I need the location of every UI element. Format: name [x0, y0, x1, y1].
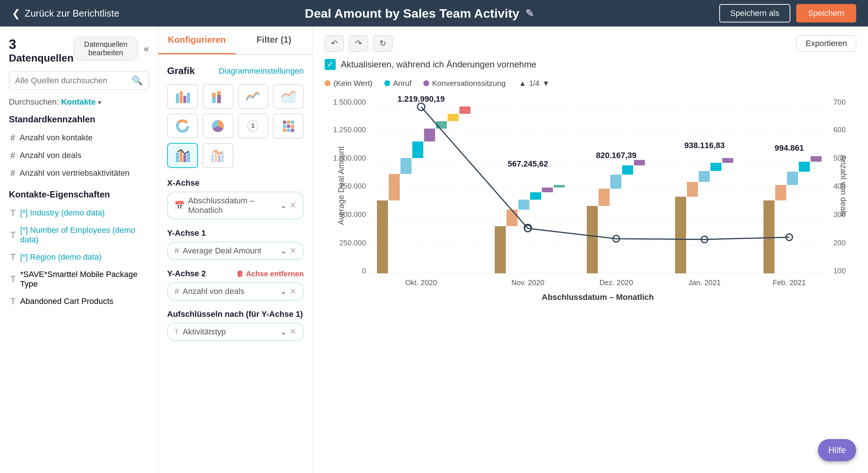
- x-clear-icon[interactable]: ✕: [290, 287, 296, 296]
- chart-type-bar[interactable]: [167, 84, 198, 109]
- browse-filter-link[interactable]: Kontakte: [61, 97, 96, 106]
- x-clear-icon[interactable]: ✕: [290, 201, 296, 210]
- redo-button[interactable]: ↷: [349, 35, 368, 52]
- x-axis-label: X-Achse: [167, 178, 304, 188]
- export-button[interactable]: Exportieren: [796, 35, 856, 52]
- svg-text:994.861: 994.861: [775, 143, 804, 153]
- main-layout: 3 Datenquellen Datenquellen bearbeiten «…: [0, 27, 868, 473]
- svg-marker-8: [282, 91, 296, 103]
- chart-type-area[interactable]: [273, 84, 304, 109]
- svg-rect-30: [218, 155, 220, 162]
- auto-update-checkbox[interactable]: ✓: [325, 59, 336, 70]
- svg-text:Average Deal Amount: Average Deal Amount: [336, 146, 346, 225]
- list-item[interactable]: T *SAVE*Smarttel Mobile Package Type: [9, 266, 149, 292]
- legend-next-icon[interactable]: ▼: [542, 79, 550, 88]
- chart-type-single-number[interactable]: 1: [238, 113, 269, 139]
- svg-rect-19: [287, 125, 290, 128]
- chart-type-donut[interactable]: [167, 113, 198, 139]
- svg-rect-90: [811, 156, 822, 162]
- legend-prev-icon[interactable]: ▲: [519, 79, 526, 88]
- dropdown-chevron-icon: ⌄: [280, 246, 287, 256]
- svg-rect-57: [424, 129, 435, 141]
- hilfe-button[interactable]: Hilfe: [818, 439, 856, 461]
- refresh-button[interactable]: ↻: [373, 35, 392, 52]
- y2-axis-section: Y-Achse 2 🗑 Achse entfernen # Anzahl von…: [167, 269, 304, 301]
- properties-section: Kontakte-Eigenschaften T [*] Industry (d…: [9, 189, 149, 310]
- save-as-button[interactable]: Speichern als: [719, 4, 790, 22]
- metrics-section-title: Standardkennzahlen: [9, 114, 149, 125]
- svg-rect-88: [787, 172, 798, 185]
- list-item[interactable]: T [*] Region (demo data): [9, 248, 149, 266]
- svg-rect-67: [542, 188, 553, 192]
- svg-text:250.000: 250.000: [339, 239, 366, 247]
- chart-type-grid[interactable]: [273, 113, 304, 139]
- collapse-icon[interactable]: «: [144, 43, 149, 55]
- undo-button[interactable]: ↶: [325, 35, 344, 52]
- svg-rect-23: [291, 129, 294, 132]
- y2-axis-dropdown[interactable]: # Anzahl von deals ⌄ ✕: [167, 282, 304, 301]
- svg-rect-65: [518, 200, 529, 210]
- list-item[interactable]: T Abandoned Cart Products: [9, 292, 149, 310]
- chart-type-combo-bar[interactable]: [167, 143, 198, 168]
- grafik-section-label: Grafik Diagrammeinstellungen: [167, 65, 304, 77]
- svg-rect-26: [183, 155, 186, 162]
- svg-rect-18: [283, 125, 286, 128]
- svg-rect-21: [283, 129, 286, 132]
- tab-filter[interactable]: Filter (1): [236, 27, 313, 54]
- chart-type-pie[interactable]: [202, 113, 233, 139]
- svg-rect-56: [412, 141, 423, 158]
- back-arrow-icon: ❮: [12, 7, 20, 20]
- list-item[interactable]: # Anzahl von kontakte: [9, 129, 149, 147]
- toolbar-left: ↶ ↷ ↻: [325, 35, 392, 52]
- legend-dot-kein-wert: [325, 80, 331, 86]
- svg-rect-66: [530, 192, 541, 200]
- hash-icon: #: [174, 287, 179, 296]
- list-item[interactable]: # Anzahl von deals: [9, 147, 149, 164]
- chart-type-combo-line[interactable]: [202, 143, 233, 168]
- back-button[interactable]: ❮ Zurück zur Berichtliste: [12, 7, 119, 20]
- aufschlusseln-section: Aufschlüsseln nach (für Y-Achse 1) T Akt…: [167, 309, 304, 341]
- chart-type-line[interactable]: [238, 84, 269, 109]
- sidebar-header: 3 Datenquellen Datenquellen bearbeiten «: [9, 37, 149, 64]
- x-axis-dropdown[interactable]: 📅 Abschlussdatum – Monatlich ⌄ ✕: [167, 192, 304, 220]
- tab-konfigurieren[interactable]: Konfigurieren: [158, 27, 236, 54]
- edit-title-icon[interactable]: ✎: [525, 7, 534, 20]
- top-nav: ❮ Zurück zur Berichtliste Deal Amount by…: [0, 0, 868, 27]
- sidebar: 3 Datenquellen Datenquellen bearbeiten «…: [0, 27, 158, 473]
- svg-text:Okt. 2020: Okt. 2020: [405, 278, 437, 287]
- svg-rect-28: [211, 154, 214, 162]
- svg-text:1: 1: [251, 122, 255, 129]
- svg-rect-1: [180, 91, 183, 103]
- x-clear-icon[interactable]: ✕: [290, 246, 296, 256]
- browse-chevron-icon: ▾: [98, 99, 101, 106]
- list-item[interactable]: # Anzahl von vertriebsaktivitäten: [9, 164, 149, 182]
- chart-type-stacked-bar[interactable]: [202, 84, 233, 109]
- svg-rect-59: [448, 114, 459, 121]
- aufschlusseln-dropdown[interactable]: T Aktivitätstyp ⌄ ✕: [167, 323, 304, 341]
- svg-rect-64: [507, 210, 518, 226]
- y2-axis-label: Y-Achse 2 🗑 Achse entfernen: [167, 269, 304, 278]
- y1-axis-section: Y-Achse 1 # Average Deal Amount ⌄ ✕: [167, 228, 304, 260]
- svg-text:Anzahl von deals: Anzahl von deals: [839, 155, 848, 217]
- search-icon: 🔍: [132, 76, 143, 86]
- list-item[interactable]: T [*] Industry (demo data): [9, 204, 149, 222]
- diagram-settings-link[interactable]: Diagrammeinstellungen: [219, 66, 304, 76]
- chart-type-grid: 1: [167, 84, 304, 168]
- y1-axis-dropdown[interactable]: # Average Deal Amount ⌄ ✕: [167, 242, 304, 260]
- mid-panel: Konfigurieren Filter (1) Grafik Diagramm…: [158, 27, 313, 473]
- svg-rect-15: [283, 121, 286, 124]
- browse-by: Durchsuchen: Kontakte ▾: [9, 97, 149, 107]
- edit-sources-button[interactable]: Datenquellen bearbeiten: [74, 37, 138, 60]
- svg-rect-80: [687, 182, 698, 197]
- x-clear-icon[interactable]: ✕: [290, 327, 296, 337]
- save-button[interactable]: Speichern: [796, 4, 856, 22]
- list-item[interactable]: T [*] Number of Employees (demo data): [9, 222, 149, 248]
- svg-text:567.245,62: 567.245,62: [508, 159, 548, 168]
- svg-rect-53: [377, 200, 388, 273]
- remove-axis-button[interactable]: 🗑 Achse entfernen: [236, 269, 304, 278]
- svg-rect-0: [176, 94, 179, 103]
- mid-tabs: Konfigurieren Filter (1): [158, 27, 313, 55]
- svg-rect-83: [722, 158, 733, 163]
- chart-toolbar: ↶ ↷ ↻ Exportieren: [325, 35, 856, 52]
- search-input[interactable]: [15, 76, 132, 85]
